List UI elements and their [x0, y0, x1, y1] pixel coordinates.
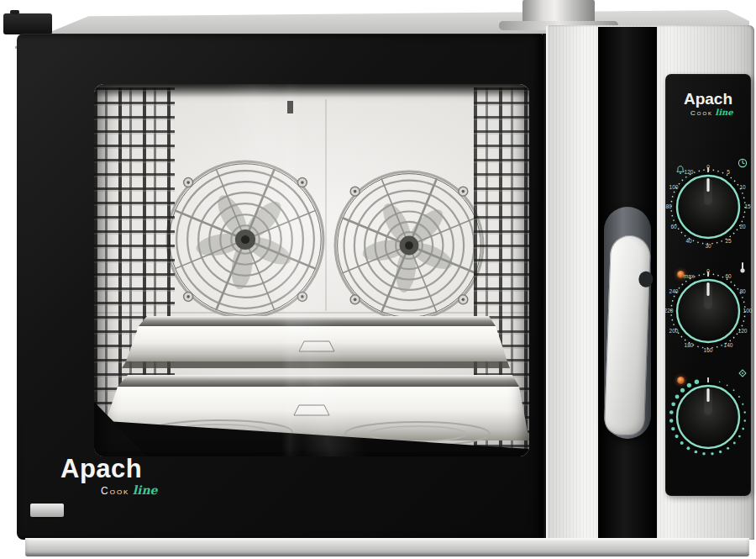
oven-product-photo: Apach Cook line Apach Cook line: [0, 0, 756, 559]
knob-scale-label: 140: [723, 342, 732, 348]
humidity-knob-face: [668, 377, 748, 457]
timer-knob-face: [668, 166, 748, 247]
control-panel: Apach Cook line: [665, 74, 751, 496]
knob-scale-label: 240: [669, 288, 679, 294]
handle-notch: [638, 271, 654, 287]
humidity-knob[interactable]: [665, 365, 751, 464]
knob-scale-label: 60: [671, 224, 677, 229]
knob-scale-label: 120: [684, 170, 693, 176]
chimney-vent: [522, 0, 595, 23]
door-bottom-hinge: [30, 504, 64, 517]
knob-scale-label: 5: [727, 170, 730, 176]
cook-wordmark: Cook: [101, 485, 129, 497]
knob-scale-label: 40: [685, 238, 691, 244]
knob-scale-label: 80: [739, 288, 745, 294]
temperature-knob-face: [668, 271, 748, 351]
knob-scale-label: 100: [743, 308, 753, 314]
knob-scale-label: 25: [725, 238, 731, 244]
panel-brand-logo: Apach Cook line: [665, 91, 751, 117]
knob-scale-label: 15: [744, 203, 750, 209]
knob-scale-label: 160: [704, 347, 713, 353]
oven-base: [25, 538, 749, 556]
knob-scale-label: 100: [669, 184, 679, 190]
knob-scale-label: 30: [705, 243, 711, 249]
timer-knob[interactable]: 051015202530406080100120: [665, 155, 751, 254]
knob-scale-label: 80: [665, 203, 671, 209]
oven-door[interactable]: Apach Cook line: [17, 34, 543, 540]
baking-tray-upper: [122, 316, 510, 368]
temperature-knob[interactable]: 06080100120140160180200220240max: [665, 259, 751, 358]
line-wordmark: line: [133, 483, 158, 497]
knob-scale-label: 20: [739, 224, 745, 229]
knob-scale-label: 180: [684, 342, 693, 348]
handle-recess-strip: [598, 27, 657, 538]
knob-scale-label: 60: [725, 274, 731, 280]
knob-scale-label: 0: [706, 268, 710, 274]
knob-scale-label: max: [683, 274, 693, 280]
knob-scale-label: 200: [669, 328, 679, 334]
door-brand-logo: Apach Cook line: [60, 456, 158, 496]
knob-scale-label: 120: [738, 328, 747, 334]
door-handle[interactable]: [604, 235, 651, 436]
knob-scale-label: 0: [706, 164, 710, 170]
brand-wordmark: Apach: [60, 456, 158, 482]
knob-scale-label: 10: [739, 184, 745, 190]
door-glass-window: [94, 84, 529, 456]
stainless-side-panel: Apach Cook line: [546, 25, 754, 540]
knob-scale-label: 220: [664, 308, 674, 314]
interior-trays-layer: [94, 84, 529, 456]
top-left-cap: [3, 13, 52, 34]
